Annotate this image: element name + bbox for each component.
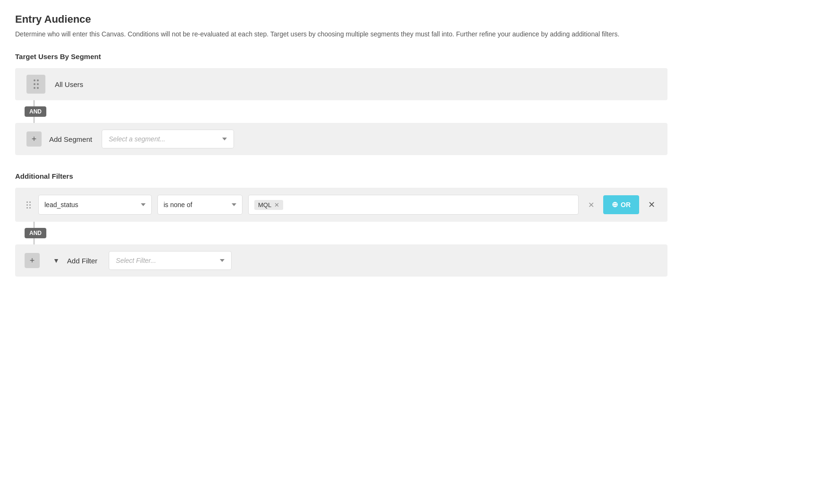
- target-users-section-title: Target Users By Segment: [15, 52, 817, 61]
- filter-operator-chevron-icon: [232, 203, 236, 206]
- and-badge-segments: AND: [25, 106, 46, 117]
- add-filter-row: + ▼ Add Filter Select Filter...: [15, 244, 667, 277]
- select-filter-placeholder: Select Filter...: [116, 257, 156, 264]
- tag-label: MQL: [258, 201, 271, 209]
- segment-chevron-down-icon: [222, 138, 227, 140]
- target-users-section: Target Users By Segment All Users AND + …: [15, 52, 817, 155]
- select-filter-dropdown[interactable]: Select Filter...: [109, 251, 232, 270]
- filter-value-box[interactable]: MQL ✕: [248, 195, 579, 215]
- add-segment-row: + Add Segment Select a segment...: [15, 123, 667, 155]
- all-users-handle: [26, 75, 45, 94]
- or-button-label: OR: [621, 201, 631, 209]
- add-segment-label: Add Segment: [49, 135, 92, 143]
- and-connector-filters: AND: [25, 222, 817, 244]
- or-plus-icon: ⊕: [612, 201, 618, 209]
- filter-operator-value: is none of: [164, 201, 192, 209]
- and-connector-segments: AND: [25, 100, 817, 123]
- filter-drag-handle[interactable]: [25, 200, 33, 210]
- filter-row: lead_status is none of MQL ✕ ✕ ⊕ OR ✕: [15, 188, 667, 222]
- tag-remove-button[interactable]: ✕: [274, 202, 279, 208]
- delete-filter-row-button[interactable]: ✕: [645, 198, 658, 211]
- additional-filters-section: Additional Filters lead_status is none o…: [15, 172, 817, 277]
- all-users-row: All Users: [15, 68, 667, 100]
- filter-funnel-icon: ▼: [53, 257, 60, 264]
- segment-select-placeholder: Select a segment...: [109, 135, 165, 143]
- or-button[interactable]: ⊕ OR: [603, 195, 639, 214]
- filter-field-select[interactable]: lead_status: [38, 195, 152, 215]
- select-filter-chevron-icon: [220, 259, 225, 262]
- add-filter-plus-button[interactable]: +: [25, 253, 40, 268]
- add-filter-label: Add Filter: [67, 257, 97, 265]
- additional-filters-title: Additional Filters: [15, 172, 817, 180]
- page-title: Entry Audience: [15, 13, 817, 26]
- filter-field-chevron-icon: [141, 203, 146, 206]
- add-segment-plus-button[interactable]: +: [26, 131, 42, 147]
- filter-operator-select[interactable]: is none of: [157, 195, 243, 215]
- page-description: Determine who will enter this Canvas. Co…: [15, 29, 667, 39]
- handle-dots: [34, 79, 39, 89]
- filter-tag-mql: MQL ✕: [254, 200, 283, 210]
- all-users-label: All Users: [55, 80, 83, 88]
- clear-filter-button[interactable]: ✕: [584, 198, 598, 211]
- and-badge-filters: AND: [25, 228, 46, 238]
- filter-field-value: lead_status: [44, 201, 78, 209]
- segment-select-dropdown[interactable]: Select a segment...: [102, 130, 234, 148]
